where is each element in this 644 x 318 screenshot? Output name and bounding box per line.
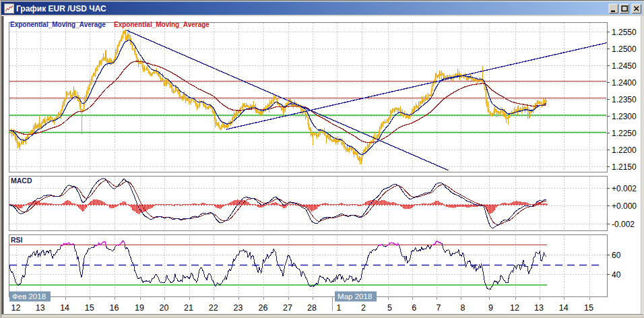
- svg-text:26: 26: [259, 303, 268, 313]
- svg-text:Exponential_Moving_Average: Exponential_Moving_Average: [114, 21, 210, 28]
- svg-text:1.2250: 1.2250: [612, 129, 637, 138]
- svg-text:1: 1: [337, 303, 342, 313]
- svg-text:+0.002: +0.002: [612, 184, 637, 193]
- svg-text:RSI: RSI: [11, 236, 23, 244]
- svg-text:-0.002: -0.002: [612, 220, 635, 229]
- svg-text:6: 6: [412, 303, 416, 313]
- svg-text:1.2550: 1.2550: [612, 28, 637, 37]
- svg-text:1.2150: 1.2150: [612, 162, 637, 172]
- svg-text:5: 5: [387, 303, 392, 313]
- svg-text:14: 14: [60, 303, 69, 313]
- svg-text:График EUR /USD ЧАС: График EUR /USD ЧАС: [16, 4, 106, 13]
- svg-text:1.2500: 1.2500: [612, 44, 637, 54]
- svg-text:60: 60: [612, 251, 621, 260]
- svg-text:MACD: MACD: [11, 177, 32, 185]
- svg-text:+0.000: +0.000: [612, 201, 637, 211]
- svg-text:15: 15: [584, 303, 593, 313]
- svg-text:9: 9: [488, 303, 493, 313]
- svg-text:12: 12: [510, 303, 519, 313]
- svg-text:12: 12: [11, 303, 21, 313]
- svg-text:23: 23: [234, 303, 243, 313]
- svg-text:28: 28: [307, 303, 317, 313]
- svg-text:16: 16: [110, 303, 119, 313]
- svg-text:1.2450: 1.2450: [612, 61, 637, 71]
- svg-text:1.2350: 1.2350: [612, 95, 637, 104]
- svg-text:13: 13: [36, 303, 45, 313]
- svg-text:8: 8: [461, 303, 465, 313]
- svg-text:19: 19: [135, 303, 144, 313]
- svg-text:22: 22: [209, 303, 218, 313]
- svg-text:40: 40: [612, 270, 621, 280]
- svg-text:27: 27: [283, 303, 292, 313]
- svg-text:21: 21: [184, 303, 193, 313]
- svg-text:14: 14: [559, 303, 569, 313]
- svg-text:1.2200: 1.2200: [612, 146, 637, 155]
- svg-text:Exponential_Moving_Average: Exponential_Moving_Average: [10, 21, 106, 28]
- svg-text:Фев 2018: Фев 2018: [12, 292, 46, 300]
- svg-text:13: 13: [534, 303, 544, 313]
- svg-text:2: 2: [361, 303, 366, 313]
- svg-text:Мар 2018: Мар 2018: [337, 292, 372, 300]
- svg-text:15: 15: [85, 303, 94, 313]
- svg-text:1.2400: 1.2400: [612, 78, 637, 88]
- svg-text:20: 20: [160, 303, 169, 313]
- svg-text:1.2300: 1.2300: [612, 112, 637, 121]
- svg-text:7: 7: [436, 303, 441, 313]
